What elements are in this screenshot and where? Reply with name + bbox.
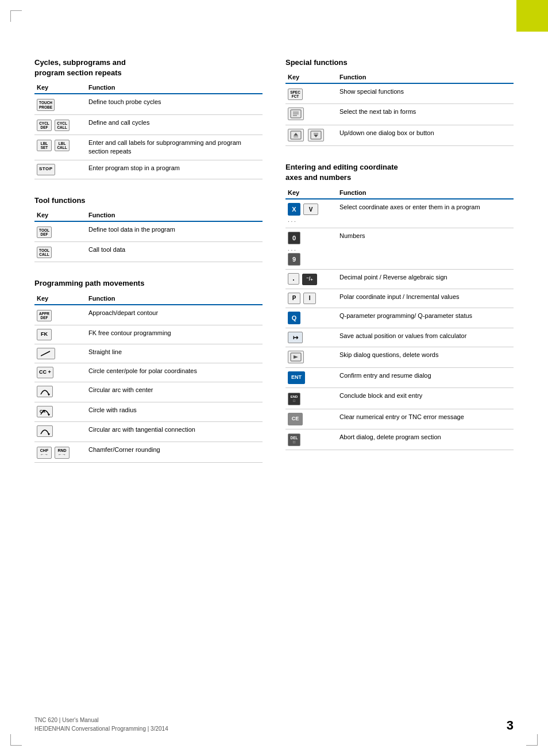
- cycles-col-function: Function: [86, 83, 263, 94]
- lbl-set-key: LBLSET: [37, 140, 52, 151]
- function-cell: Enter and call labels for subprogramming…: [86, 135, 263, 160]
- function-cell: Select coordinate axes or enter them in …: [337, 199, 514, 228]
- yellow-accent-rect: [516, 0, 548, 32]
- function-cell: Show special functions: [337, 83, 514, 104]
- key-cell: CC +: [34, 363, 86, 382]
- section-special-title: Special functions: [285, 57, 514, 68]
- key-cell: P I: [285, 289, 337, 308]
- table-row: APPRDEF Approach/depart contour: [34, 305, 263, 325]
- section-axes: Entering and editing coordinateaxes and …: [285, 162, 514, 450]
- table-row: Q Q-parameter programming/ Q-parameter s…: [285, 308, 514, 328]
- cycl-call-key: CYCLCALL: [55, 120, 70, 131]
- key-cell: [285, 104, 337, 125]
- table-row: Straight line: [34, 344, 263, 363]
- key-cell: Q: [285, 308, 337, 328]
- svg-marker-5: [48, 433, 50, 435]
- table-row: FK FK free contour programming: [34, 325, 263, 344]
- function-cell: Confirm entry and resume dialog: [337, 368, 514, 388]
- appr-def-key: APPRDEF: [37, 310, 52, 321]
- function-cell: Skip dialog questions, delete words: [337, 347, 514, 367]
- table-row: END□ Conclude block and exit entry: [285, 388, 514, 409]
- sign-key: ⁻/₊: [302, 274, 317, 285]
- key-cell: END□: [285, 388, 337, 409]
- function-cell: Chamfer/Corner rounding: [86, 442, 263, 462]
- svg-marker-3: [48, 414, 50, 416]
- function-cell: Save actual position or values from calc…: [337, 328, 514, 347]
- table-row: ↦ Save actual position or values from ca…: [285, 328, 514, 347]
- table-row: CC + Circle center/pole for polar coordi…: [34, 363, 263, 382]
- stop-key: STOP: [37, 164, 55, 175]
- function-cell: Define tool data in the program: [86, 221, 263, 242]
- key-cell: FK: [34, 325, 86, 344]
- table-row: LBLSET LBLCALL Enter and call labels for…: [34, 135, 263, 160]
- tool-col-key: Key: [34, 210, 86, 221]
- key-cell: [285, 347, 337, 367]
- nine-key: 9: [288, 253, 300, 266]
- function-cell: Call tool data: [86, 242, 263, 262]
- special-col-function: Function: [337, 72, 514, 83]
- page: Cycles, subprograms andprogram section r…: [0, 0, 548, 756]
- key-cell: [285, 125, 337, 145]
- function-cell: Approach/depart contour: [86, 305, 263, 325]
- c-arc-key: [37, 386, 53, 397]
- table-row: Circular arc with center: [34, 382, 263, 402]
- q-key: Q: [288, 312, 300, 324]
- fk-key: FK: [37, 329, 52, 340]
- special-table: Key Function SPECFCT Show special functi…: [285, 72, 514, 146]
- tool-call-key: TOOLCALL: [37, 247, 52, 258]
- table-row: TOUCHPROBE Define touch probe cycles: [34, 94, 263, 114]
- chf-key: CHF←→: [37, 447, 52, 459]
- table-row: Up/down one dialog box or button: [285, 125, 514, 145]
- actual-pos-key: ↦: [288, 332, 303, 343]
- axes-col-key: Key: [285, 188, 337, 199]
- section-path: Programming path movements Key Function …: [34, 278, 263, 462]
- function-cell: FK free contour programming: [86, 325, 263, 344]
- touch-probe-key: TOUCHPROBE: [37, 99, 55, 110]
- cycl-def-key: CYCLDEF: [37, 120, 52, 131]
- key-cell: [34, 382, 86, 402]
- key-cell: LBLSET LBLCALL: [34, 135, 86, 160]
- table-row: Select the next tab in forms: [285, 104, 514, 125]
- table-row: DEL□ Abort dialog, delete program sectio…: [285, 429, 514, 450]
- corner-mark-bl: [10, 734, 22, 746]
- right-column: Special functions Key Function SPECFCT: [285, 57, 514, 479]
- section-tool: Tool functions Key Function TOOLDEF: [34, 195, 263, 263]
- function-cell: Decimal point / Reverse algebraic sign: [337, 269, 514, 289]
- cycles-table: Key Function TOUCHPROBE Define touch pro…: [34, 83, 263, 179]
- path-col-function: Function: [86, 294, 263, 305]
- table-row: SPECFCT Show special functions: [285, 83, 514, 104]
- key-cell: [34, 422, 86, 442]
- section-axes-title: Entering and editing coordinateaxes and …: [285, 162, 514, 183]
- key-cell: TOOLCALL: [34, 242, 86, 262]
- cr-key: CR: [37, 406, 53, 417]
- function-cell: Up/down one dialog box or button: [337, 125, 514, 145]
- footer-line1: TNC 620 | User's Manual: [34, 716, 168, 724]
- path-table: Key Function APPRDEF Approach/depart con…: [34, 294, 263, 463]
- footer-line2: HEIDENHAIN Conversational Programming | …: [34, 724, 168, 733]
- key-cell: CR: [34, 402, 86, 421]
- axes-table: Key Function X V . . . Select coordinate…: [285, 188, 514, 450]
- key-cell: DEL□: [285, 429, 337, 450]
- special-col-key: Key: [285, 72, 337, 83]
- cycles-col-key: Key: [34, 83, 86, 94]
- ellipsis: . . .: [288, 216, 335, 224]
- function-cell: Polar coordinate input / Incremental val…: [337, 289, 514, 308]
- function-cell: Abort dialog, delete program section: [337, 429, 514, 450]
- table-row: CYCLDEF CYCLCALL Define and call cycles: [34, 114, 263, 135]
- ce-key: CE: [288, 413, 303, 425]
- svg-line-0: [41, 351, 50, 356]
- table-row: STOP Enter program stop in a program: [34, 160, 263, 179]
- table-row: ENT Confirm entry and resume dialog: [285, 368, 514, 388]
- key-cell: TOUCHPROBE: [34, 94, 86, 114]
- p-key: P: [288, 293, 300, 304]
- function-cell: Define and call cycles: [86, 114, 263, 135]
- table-row: P I Polar coordinate input / Incremental…: [285, 289, 514, 308]
- ent-key: ENT: [288, 371, 305, 384]
- key-cell: ENT: [285, 368, 337, 388]
- key-cell: . ⁻/₊: [285, 269, 337, 289]
- table-row: CR Circle with radius: [34, 402, 263, 421]
- ct-key: [37, 425, 53, 437]
- table-row: TOOLCALL Call tool data: [34, 242, 263, 262]
- tool-col-function: Function: [86, 210, 263, 221]
- table-row: Skip dialog questions, delete words: [285, 347, 514, 367]
